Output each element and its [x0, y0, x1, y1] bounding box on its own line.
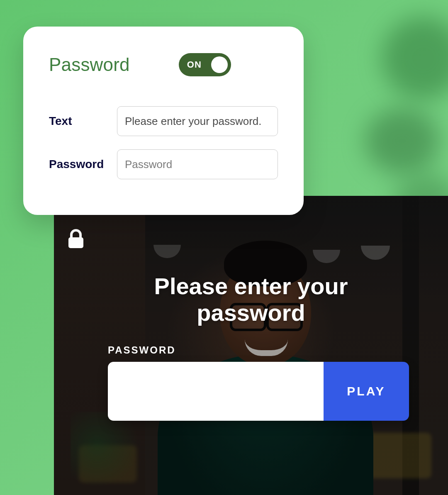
- password-field-label: PASSWORD: [108, 344, 176, 356]
- toggle-knob: [211, 56, 228, 73]
- card-title: Password: [49, 54, 130, 75]
- background-blur: [365, 108, 440, 174]
- password-label: Password: [49, 158, 117, 171]
- password-toggle[interactable]: ON: [179, 53, 231, 76]
- stage: Please enter your password PASSWORD PLAY…: [0, 0, 448, 495]
- password-row: Password: [49, 149, 278, 179]
- text-row: Text: [49, 106, 278, 136]
- text-label: Text: [49, 115, 117, 128]
- background-blur: [382, 17, 448, 100]
- lock-icon: [67, 229, 85, 249]
- password-settings-card: Password ON Text Password: [23, 27, 304, 215]
- password-input-row: PLAY: [108, 362, 409, 421]
- svg-rect-0: [68, 237, 83, 248]
- password-input[interactable]: [108, 362, 324, 421]
- password-prompt: Please enter your password: [54, 273, 448, 327]
- text-input[interactable]: [117, 106, 278, 136]
- card-header: Password ON: [49, 53, 278, 76]
- toggle-state-label: ON: [187, 59, 202, 70]
- play-button[interactable]: PLAY: [324, 362, 409, 421]
- password-setting-input[interactable]: [117, 149, 278, 179]
- password-gate-preview: Please enter your password PASSWORD PLAY: [54, 196, 448, 495]
